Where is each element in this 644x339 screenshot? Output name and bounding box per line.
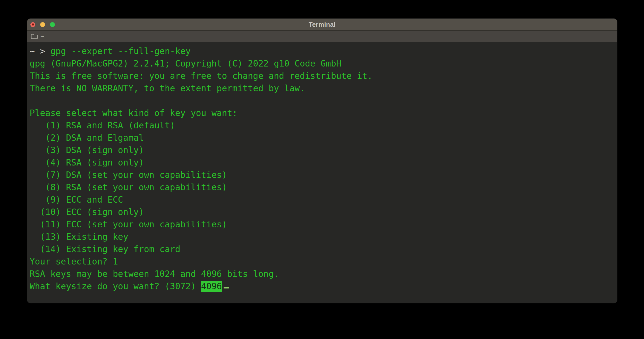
output-line: Please select what kind of key you want: — [30, 107, 614, 119]
desktop-background: Terminal ~ ~ > gpg --expert --full-gen-k… — [0, 0, 644, 339]
output-line: (1) RSA and RSA (default) — [30, 119, 614, 132]
output-line: (8) RSA (set your own capabilities) — [30, 181, 614, 194]
tab-bar[interactable]: ~ — [27, 31, 617, 42]
output-line: (10) ECC (sign only) — [30, 206, 614, 218]
output-line: (2) DSA and Elgamal — [30, 132, 614, 144]
command-text: gpg --expert --full-gen-key — [50, 46, 191, 56]
traffic-lights — [30, 19, 55, 30]
output-line: (13) Existing key — [30, 231, 614, 243]
tab-path-label: ~ — [40, 33, 44, 40]
output-line: (14) Existing key from card — [30, 243, 614, 255]
keysize-question: What keysize do you want? (3072) — [30, 281, 201, 291]
output-line — [30, 95, 614, 107]
output-line: (7) DSA (set your own capabilities) — [30, 169, 614, 181]
output-line: There is NO WARRANTY, to the extent perm… — [30, 82, 614, 95]
output-line: (4) RSA (sign only) — [30, 156, 614, 169]
terminal-window: Terminal ~ ~ > gpg --expert --full-gen-k… — [27, 19, 617, 303]
terminal-content[interactable]: ~ > gpg --expert --full-gen-key gpg (Gnu… — [27, 42, 617, 303]
terminal-cursor-icon — [224, 287, 229, 288]
output-line: gpg (GnuPG/MacGPG2) 2.2.41; Copyright (C… — [30, 57, 614, 70]
folder-icon — [31, 34, 38, 39]
window-titlebar[interactable]: Terminal — [27, 19, 617, 31]
output-line: (11) ECC (set your own capabilities) — [30, 218, 614, 231]
shell-prompt: ~ > — [30, 46, 50, 56]
output-line: (3) DSA (sign only) — [30, 144, 614, 156]
zoom-button[interactable] — [50, 22, 55, 27]
close-modified-dot-icon — [32, 23, 34, 26]
output-line: Your selection? 1 — [30, 255, 614, 268]
output-line: RSA keys may be between 1024 and 4096 bi… — [30, 268, 614, 280]
window-title: Terminal — [309, 21, 336, 28]
minimize-button[interactable] — [40, 22, 45, 27]
prompt-line: ~ > gpg --expert --full-gen-key — [30, 45, 614, 57]
output-line: (9) ECC and ECC — [30, 194, 614, 206]
keysize-prompt-line: What keysize do you want? (3072) 4096 — [30, 280, 614, 293]
close-button[interactable] — [30, 22, 35, 27]
terminal-output: gpg (GnuPG/MacGPG2) 2.2.41; Copyright (C… — [30, 57, 614, 280]
output-line: This is free software: you are free to c… — [30, 70, 614, 82]
keysize-input-value: 4096 — [201, 281, 222, 292]
